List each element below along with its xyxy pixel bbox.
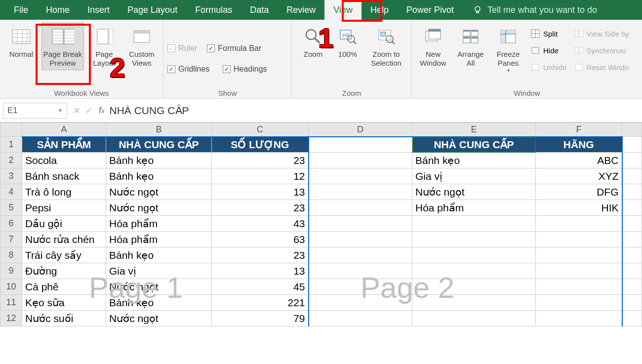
cell[interactable] (622, 263, 642, 279)
cell[interactable] (622, 295, 642, 311)
split-button[interactable]: Split (528, 26, 569, 41)
row-header[interactable]: 11 (0, 295, 22, 311)
col-header-B[interactable]: B (106, 123, 212, 137)
cell[interactable] (309, 184, 412, 200)
cell[interactable]: XYZ (536, 168, 622, 184)
cell[interactable]: SẢN PHẨM (22, 137, 106, 153)
zoom-to-selection-button[interactable]: Zoom to Selection (365, 23, 407, 70)
cell[interactable] (309, 200, 412, 216)
cell[interactable]: SỐ LƯỢNG (212, 137, 309, 153)
cell[interactable]: HIK (536, 200, 622, 216)
cell[interactable] (622, 153, 642, 168)
cell[interactable]: Bánh kẹo (412, 153, 536, 168)
cell[interactable] (412, 263, 536, 279)
menu-formulas[interactable]: Formulas (186, 0, 241, 20)
zoom-button[interactable]: Zoom (296, 23, 330, 61)
cell[interactable]: 63 (212, 232, 309, 247)
row-header[interactable]: 9 (0, 263, 22, 279)
cell[interactable]: Nước ngọt (412, 184, 536, 200)
zoom-100-button[interactable]: 100 100% (333, 23, 362, 61)
page-layout-button[interactable]: Page Layout (87, 23, 121, 70)
cell[interactable]: Gia vị (412, 168, 536, 184)
menu-help[interactable]: Help (361, 0, 398, 20)
row-header[interactable]: 2 (0, 153, 22, 168)
cell[interactable] (622, 168, 642, 184)
cell[interactable]: Nước ngọt (106, 184, 212, 200)
column-header-row[interactable]: A B C D E F (0, 123, 642, 137)
cell[interactable]: Nước ngọt (106, 279, 212, 295)
row-1[interactable]: 1 SẢN PHẨM NHÀ CUNG CẤP SỐ LƯỢNG NHÀ CUN… (0, 137, 642, 153)
cell[interactable] (309, 153, 412, 168)
cell[interactable]: Trái cây sấy (22, 247, 106, 263)
normal-view-button[interactable]: Normal (4, 23, 39, 61)
row-6[interactable]: 6Dầu gộiHóa phẩm43 (0, 216, 642, 232)
cell[interactable] (412, 216, 536, 232)
gridlines-checkbox[interactable]: ✓ Gridlines (167, 61, 213, 77)
fx-icon[interactable]: fx (99, 105, 110, 116)
page-break-preview-button[interactable]: Page Break Preview (41, 23, 84, 70)
menu-view[interactable]: View (324, 0, 361, 20)
cell[interactable]: Bánh kẹo (106, 247, 212, 263)
cell[interactable]: 45 (212, 279, 309, 295)
cell[interactable]: Dầu gội (22, 216, 106, 232)
cell[interactable]: ABC (536, 153, 622, 168)
formula-bar-checkbox[interactable]: ✓ Formula Bar (207, 40, 261, 56)
row-header[interactable]: 12 (0, 311, 22, 326)
col-header-F[interactable]: F (536, 123, 622, 137)
row-2[interactable]: 2SocolaBánh kẹo23Bánh kẹoABC (0, 153, 642, 168)
row-11[interactable]: 11Kẹo sữaBánh kẹo221 (0, 295, 642, 311)
cell[interactable]: Pepsi (22, 200, 106, 216)
cell[interactable] (622, 216, 642, 232)
cell[interactable]: Gia vị (106, 263, 212, 279)
row-header[interactable]: 5 (0, 200, 22, 216)
cell[interactable] (309, 137, 412, 153)
cell[interactable]: Hóa phẩm (106, 216, 212, 232)
cell[interactable] (536, 263, 622, 279)
row-header[interactable]: 8 (0, 247, 22, 263)
cell[interactable] (309, 247, 412, 263)
cell[interactable] (622, 232, 642, 247)
cell[interactable]: 13 (212, 263, 309, 279)
cell[interactable]: HÃNG (536, 137, 622, 153)
cell[interactable]: Bánh kẹo (106, 295, 212, 311)
custom-views-button[interactable]: Custom Views (124, 23, 159, 70)
row-7[interactable]: 7Nước rửa chénHóa phẩm63 (0, 232, 642, 247)
select-all-corner[interactable] (0, 123, 22, 137)
menu-data[interactable]: Data (241, 0, 278, 20)
cell[interactable] (309, 279, 412, 295)
row-header[interactable]: 10 (0, 279, 22, 295)
cell[interactable]: Bánh kẹo (106, 153, 212, 168)
cell[interactable] (412, 279, 536, 295)
formula-input[interactable] (110, 103, 642, 119)
cell-selected[interactable]: NHÀ CUNG CẤP (412, 137, 536, 153)
menu-home[interactable]: Home (37, 0, 79, 20)
cell[interactable]: Socola (22, 153, 106, 168)
cell[interactable]: Cà phê (22, 279, 106, 295)
col-header-D[interactable]: D (309, 123, 412, 137)
cell[interactable]: Bánh snack (22, 168, 106, 184)
row-10[interactable]: 10Cà phêNước ngọt45 (0, 279, 642, 295)
cell[interactable]: Bánh kẹo (106, 168, 212, 184)
spreadsheet-grid[interactable]: Page 1 Page 2 A B C D E F 1 SẢN PHẨM NHÀ… (0, 122, 642, 326)
name-box[interactable]: E1 ▼ (3, 103, 67, 119)
col-header-A[interactable]: A (22, 123, 106, 137)
cell[interactable]: Kẹo sữa (22, 295, 106, 311)
cell[interactable]: 221 (212, 295, 309, 311)
row-header[interactable]: 7 (0, 232, 22, 247)
cell[interactable]: DFG (536, 184, 622, 200)
cell[interactable]: 13 (212, 184, 309, 200)
cell[interactable] (412, 295, 536, 311)
row-header[interactable]: 1 (0, 137, 22, 153)
cell[interactable]: 23 (212, 247, 309, 263)
cell[interactable] (309, 168, 412, 184)
cell[interactable]: Hóa phẩm (106, 232, 212, 247)
menu-insert[interactable]: Insert (79, 0, 119, 20)
freeze-panes-button[interactable]: Freeze Panes ▾ (491, 23, 525, 76)
cell[interactable] (412, 232, 536, 247)
cell[interactable] (622, 137, 642, 153)
row-5[interactable]: 5PepsiNước ngọt23Hóa phẩmHIK (0, 200, 642, 216)
cell[interactable] (412, 311, 536, 326)
cell[interactable] (309, 295, 412, 311)
cell[interactable]: Đường (22, 263, 106, 279)
cell[interactable]: NHÀ CUNG CẤP (106, 137, 212, 153)
